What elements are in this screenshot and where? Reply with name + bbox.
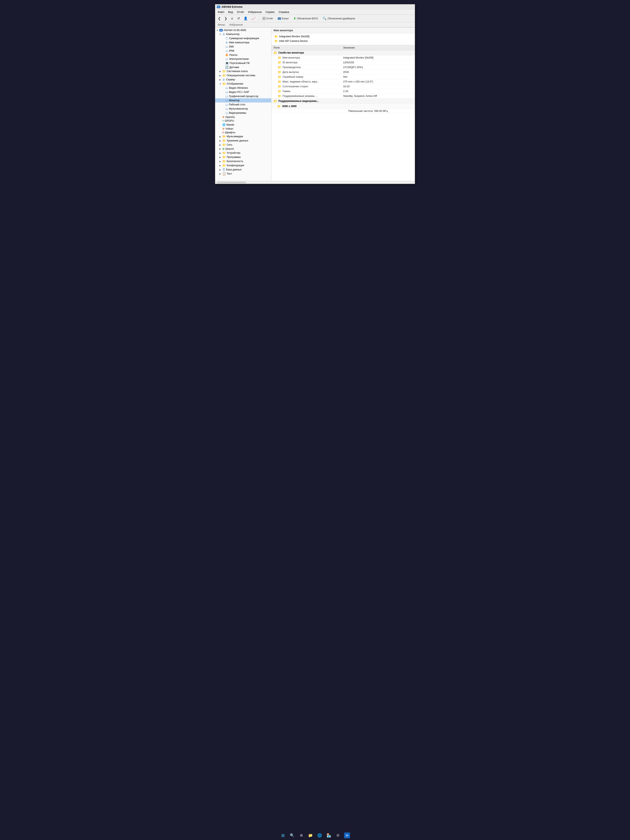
prop-icon: 📁 bbox=[278, 56, 281, 59]
fire-icon: 🔥 bbox=[225, 53, 229, 57]
sidebar-item-os[interactable]: ▶ 📁 Операционная система bbox=[215, 73, 271, 77]
sidebar-item-summary[interactable]: 🗒 Суммарная информация bbox=[215, 36, 271, 40]
section-monitor-props[interactable]: 📁 Свойства монитора bbox=[272, 50, 415, 55]
sidebar-item-label: Шрифты bbox=[225, 131, 235, 134]
menu-view[interactable]: Вид bbox=[226, 10, 235, 14]
folder-icon: 📁 bbox=[222, 74, 226, 77]
sidebar-item-motherboard[interactable]: ▶ 📁 Системная плата bbox=[215, 69, 271, 73]
sidebar-item-storage[interactable]: ▶ 📁 Хранение данных bbox=[215, 139, 271, 143]
sidebar-item-label: База данных bbox=[226, 168, 242, 171]
section-video-modes[interactable]: 📁 Поддерживаемые видеорежи... bbox=[272, 98, 415, 104]
sidebar-item-aida-root[interactable]: ▼ 64 AIDA64 v5.80.4000 bbox=[215, 28, 271, 32]
taskbar-settings-button[interactable]: ⚙ bbox=[334, 832, 342, 839]
sidebar-item-network[interactable]: ▶ 📁 Сеть bbox=[215, 143, 271, 147]
nav-menu-label[interactable]: Меню bbox=[216, 23, 226, 27]
prop-value: Integrated Monitor [NoDB] bbox=[343, 56, 413, 59]
sidebar-item-opengl[interactable]: ⊗ OpenGL bbox=[215, 115, 271, 119]
taskbar-edge-button[interactable]: 🌐 bbox=[316, 832, 323, 839]
section-folder-icon: 📁 bbox=[273, 51, 277, 54]
prop-value: LP130QP1-SPA1 bbox=[343, 66, 413, 69]
sidebar-item-config[interactable]: ▶ 📁 Конфигурация bbox=[215, 163, 271, 167]
drivers-update-button[interactable]: 🔍 Обновления драйверов bbox=[321, 16, 357, 21]
sidebar-item-videomodes[interactable]: 🗂 Видеорежимы bbox=[215, 111, 271, 115]
taskbar-files-button[interactable]: 📁 bbox=[307, 832, 314, 839]
menu-help[interactable]: Справка bbox=[277, 10, 291, 14]
sidebar-item-devices[interactable]: ▶ 📁 Устройства bbox=[215, 151, 271, 155]
backup-icon bbox=[278, 17, 281, 20]
sidebar-item-video-windows[interactable]: 🗂 Видео Windows bbox=[215, 86, 271, 90]
report-button[interactable]: ≡ Отчёт bbox=[261, 16, 275, 21]
prop-icon: 📁 bbox=[278, 61, 281, 64]
menu-service[interactable]: Сервис bbox=[264, 10, 276, 14]
folder-icon: 📁 bbox=[222, 69, 226, 73]
sidebar-item-gpu[interactable]: 🗂 Графический процессор bbox=[215, 94, 271, 98]
menu-report[interactable]: Отчёт bbox=[235, 10, 246, 14]
sidebar-item-label: GPGPU bbox=[224, 119, 234, 122]
sidebar-item-dmi[interactable]: 🗂 DMI bbox=[215, 44, 271, 49]
sidebar-item-security[interactable]: ▶ 📁 Безопасность bbox=[215, 159, 271, 163]
taskbar-search-button[interactable]: 🔍 bbox=[288, 832, 296, 839]
prop-label-text: Имя монитора bbox=[283, 56, 300, 59]
scrollbar-thumb[interactable] bbox=[217, 182, 246, 183]
sidebar-item-test[interactable]: ▶ 📋 Тест bbox=[215, 172, 271, 176]
backup-button[interactable]: Бэкап bbox=[276, 16, 291, 21]
menu-favorites[interactable]: Избранное bbox=[246, 10, 264, 14]
prop-icon: 📁 bbox=[278, 70, 281, 74]
sidebar-item-vulkan[interactable]: ⊗ Vulkan bbox=[215, 127, 271, 131]
sidebar-item-computer[interactable]: ▼ 🖥 Компьютер bbox=[215, 32, 271, 36]
report-label: Отчёт bbox=[266, 17, 273, 20]
sidebar-item-multimonitor[interactable]: 🗂 Мультимонитор bbox=[215, 107, 271, 111]
taskbar-aida-button[interactable]: 64 bbox=[343, 832, 351, 839]
sidebar-item-gpgpu[interactable]: ≡ GPGPU bbox=[215, 119, 271, 123]
sidebar-item-database[interactable]: ▶ 🗄 База данных bbox=[215, 167, 271, 172]
nav-refresh-button[interactable]: ↺ bbox=[235, 16, 241, 21]
nav-back-button[interactable]: ❮ bbox=[216, 16, 222, 21]
sidebar-item-display[interactable]: ▼ 📁 Отображение bbox=[215, 82, 271, 86]
item-icon: 🗂 bbox=[225, 57, 228, 61]
taskbar-store-button[interactable]: 🏪 bbox=[325, 832, 333, 839]
prop-row-gamma: 📁 Гамма 2.20 bbox=[272, 89, 415, 94]
section-folder-icon: 📁 bbox=[273, 99, 277, 103]
table-header: Поле Значение bbox=[272, 45, 415, 50]
search-icon: 🔍 bbox=[290, 833, 294, 838]
sidebar-item-video-pci[interactable]: 🗂 Видео PCI / AGP bbox=[215, 90, 271, 94]
sidebar-item-computer-name[interactable]: 🖥 Имя компьютера bbox=[215, 40, 271, 44]
nav-chart-button[interactable]: 📈 bbox=[250, 16, 257, 21]
taskbar-start-button[interactable]: ⊞ bbox=[279, 832, 287, 839]
prop-row-serial: 📁 Серийный номер Нет bbox=[272, 74, 415, 79]
sidebar-item-label: Мультимедиа bbox=[227, 135, 243, 138]
video-mode-row[interactable]: 📁 3000 x 2000 bbox=[272, 104, 415, 109]
sidebar-item-sensors[interactable]: 🔄 Датчики bbox=[215, 65, 271, 69]
prop-label: 📁 Серийный номер bbox=[273, 75, 343, 79]
bios-update-button[interactable]: ⬇ Обновления BIOS bbox=[292, 16, 320, 21]
menu-file[interactable]: Файл bbox=[216, 10, 226, 14]
sidebar-item-label: Монитор bbox=[229, 99, 240, 102]
prop-value: 2.20 bbox=[343, 90, 413, 93]
app-title: AIDA64 Extreme bbox=[221, 5, 243, 8]
nav-forward-button[interactable]: ❯ bbox=[223, 16, 229, 21]
prop-value: Нет bbox=[343, 76, 413, 78]
sidebar-item-fonts[interactable]: A Шрифты bbox=[215, 131, 271, 134]
prop-icon: 📁 bbox=[278, 95, 281, 98]
item-icon: 🗂 bbox=[225, 111, 228, 115]
sidebar-item-programs[interactable]: ▶ 📁 Программы bbox=[215, 155, 271, 159]
nav-profile-button[interactable]: 👤 bbox=[242, 16, 249, 21]
sidebar-item-mantle[interactable]: 🌐 Mantle bbox=[215, 123, 271, 127]
sidebar-item-monitor[interactable]: 🗂 Монитор bbox=[215, 98, 271, 103]
sidebar-item-ipmi[interactable]: 🗂 IPMI bbox=[215, 49, 271, 53]
properties-section: Поле Значение 📁 Свойства монитора 📁 Имя … bbox=[272, 44, 415, 114]
nav-up-button[interactable]: ∧ bbox=[229, 16, 235, 21]
sidebar-item-overclock[interactable]: 🔥 Разгон bbox=[215, 53, 271, 57]
sidebar-item-desktop[interactable]: 🗂 Рабочий стол bbox=[215, 103, 271, 107]
sidebar: ▼ 64 AIDA64 v5.80.4000 ▼ 🖥 Компьютер 🗒 С… bbox=[215, 27, 272, 181]
sidebar-item-power[interactable]: 🗂 Электропитание bbox=[215, 57, 271, 61]
sidebar-item-directx[interactable]: ▶ ⊗ DirectX bbox=[215, 147, 271, 151]
nav-favorites-label[interactable]: Избранное bbox=[228, 23, 244, 27]
sidebar-item-server[interactable]: ▶ 🖥 Сервер bbox=[215, 77, 271, 82]
sidebar-item-multimedia[interactable]: ▶ 📁 Мультимедиа bbox=[215, 134, 271, 139]
aida-icon: 64 bbox=[219, 29, 223, 32]
monitor-list-item-1[interactable]: 📁 Intel ISP Camera Device bbox=[272, 39, 415, 43]
monitor-list-item-0[interactable]: 📁 Integrated Monitor [NoDB] bbox=[272, 34, 415, 39]
sidebar-item-portable[interactable]: 💻 Портативный ПК bbox=[215, 61, 271, 65]
taskbar-taskview-button[interactable]: ⧉ bbox=[297, 832, 305, 839]
